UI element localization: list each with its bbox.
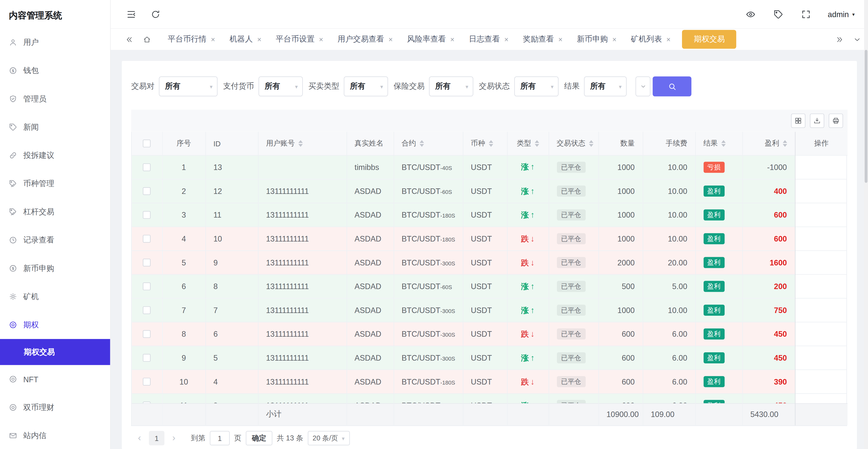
refresh-icon[interactable]	[151, 9, 161, 19]
user-menu[interactable]: admin ▾	[828, 9, 855, 19]
sort-icon[interactable]	[489, 140, 493, 147]
cell-realname: ASDAD	[346, 322, 394, 346]
row-checkbox[interactable]	[143, 235, 151, 243]
cell-action	[795, 179, 847, 203]
sidebar-item-records[interactable]: 记录查看	[0, 226, 110, 254]
fullscreen-icon[interactable]	[801, 9, 811, 19]
sidebar-item-label: 杠杆交易	[23, 207, 54, 217]
tab-item[interactable]: 机器人×	[222, 29, 269, 50]
filter-select-trade-type[interactable]: 所有▾	[344, 77, 388, 96]
close-icon[interactable]: ×	[666, 35, 671, 43]
tab-item[interactable]: 奖励查看×	[516, 29, 570, 50]
confirm-button[interactable]: 确定	[246, 431, 273, 445]
row-checkbox[interactable]	[143, 330, 151, 338]
sidebar-item-wallet[interactable]: $钱包	[0, 56, 110, 85]
tab-item-active[interactable]: 期权交易	[682, 30, 737, 49]
column-header-account[interactable]: 用户账号	[258, 132, 346, 155]
row-checkbox[interactable]	[143, 211, 151, 219]
column-header-label: 手续费	[666, 139, 687, 147]
sidebar-item-coin-manage[interactable]: 币种管理	[0, 170, 110, 198]
cell-realname: timibbs	[346, 155, 394, 179]
prev-page-button[interactable]: ‹	[135, 432, 145, 444]
close-icon[interactable]: ×	[319, 35, 323, 43]
cell-realname: ASDAD	[346, 346, 394, 370]
row-checkbox[interactable]	[143, 306, 151, 314]
cell-profit: 750	[742, 298, 795, 322]
close-icon[interactable]: ×	[504, 35, 508, 43]
eye-icon[interactable]	[746, 9, 756, 19]
close-icon[interactable]: ×	[389, 35, 393, 43]
table-row: 8613111111111ASDADBTC/USDT-300SUSDT跌↓已平仓…	[132, 322, 847, 346]
sidebar-subitem-options-trade[interactable]: 期权交易	[0, 339, 110, 365]
columns-button[interactable]	[791, 114, 805, 128]
column-header-type[interactable]: 类型	[507, 132, 549, 155]
print-button[interactable]	[829, 114, 843, 128]
sidebar-item-leverage-trade[interactable]: 杠杆交易	[0, 198, 110, 226]
next-page-button[interactable]: ›	[169, 432, 179, 444]
cell-index: 2	[162, 179, 205, 203]
profit-value: 1600	[770, 258, 787, 267]
tab-item[interactable]: 新币申购×	[570, 29, 624, 50]
close-icon[interactable]: ×	[257, 35, 261, 43]
column-header-status[interactable]: 交易状态	[549, 132, 598, 155]
column-header-currency[interactable]: 币种	[463, 132, 507, 155]
close-icon[interactable]: ×	[558, 35, 562, 43]
subtotal-type	[507, 403, 549, 425]
row-checkbox[interactable]	[143, 187, 151, 195]
row-checkbox[interactable]	[143, 163, 151, 171]
cell-account: 13111111111	[258, 250, 346, 274]
export-button[interactable]	[810, 114, 824, 128]
select-all-checkbox[interactable]	[143, 140, 151, 147]
sidebar-item-dual-invest[interactable]: 双币理财	[0, 393, 110, 422]
collapse-menu-icon[interactable]	[126, 9, 136, 19]
sidebar-item-site-mail[interactable]: 站内信	[0, 422, 110, 449]
sort-icon[interactable]	[589, 140, 593, 147]
filter-select-result[interactable]: 所有▾	[584, 77, 627, 96]
row-checkbox[interactable]	[143, 378, 151, 386]
filter-select-pair[interactable]: 所有▾	[159, 77, 217, 96]
page-scrollbar[interactable]	[864, 0, 868, 449]
row-checkbox[interactable]	[143, 354, 151, 362]
sidebar-item-new-coin-subscribe[interactable]: $新币申购	[0, 255, 110, 282]
tab-item[interactable]: 矿机列表×	[624, 29, 678, 50]
filter-select-trade-status[interactable]: 所有▾	[514, 77, 558, 96]
column-header-profit[interactable]: 盈利	[742, 132, 795, 155]
page-number-button[interactable]: 1	[149, 431, 164, 445]
tab-item[interactable]: 平台币设置×	[269, 29, 330, 50]
close-icon[interactable]: ×	[450, 35, 455, 43]
tab-item[interactable]: 日志查看×	[462, 29, 516, 50]
sidebar-item-nft[interactable]: NFT	[0, 365, 110, 393]
scroll-tabs-right-button[interactable]	[835, 35, 844, 43]
sidebar-item-admins[interactable]: 管理员	[0, 85, 110, 113]
sort-icon[interactable]	[782, 140, 787, 147]
sort-icon[interactable]	[298, 140, 303, 147]
expand-filters-button[interactable]	[636, 77, 650, 96]
filter-select-pay-currency[interactable]: 所有▾	[258, 77, 303, 96]
sidebar-item-options[interactable]: 期权	[0, 311, 110, 339]
page-size-select[interactable]: 20 条/页 ▾	[308, 431, 349, 445]
column-header-result[interactable]: 结果	[695, 132, 742, 155]
sort-icon[interactable]	[419, 140, 424, 147]
tag-icon[interactable]	[774, 9, 784, 19]
sidebar-item-miner[interactable]: 矿机	[0, 282, 110, 311]
home-tab-button[interactable]	[143, 35, 151, 43]
sort-icon[interactable]	[721, 140, 725, 147]
sidebar-item-news[interactable]: 新闻	[0, 113, 110, 141]
close-icon[interactable]: ×	[211, 35, 215, 43]
column-header-contract[interactable]: 合约	[394, 132, 463, 155]
close-icon[interactable]: ×	[612, 35, 617, 43]
sidebar-item-feedback[interactable]: 投拆建议	[0, 141, 110, 170]
tab-item[interactable]: 平台币行情×	[161, 29, 222, 50]
page-scrollbar-thumb[interactable]	[865, 50, 868, 183]
filter-select-insurance[interactable]: 所有▾	[429, 77, 473, 96]
row-checkbox[interactable]	[143, 282, 151, 290]
row-checkbox[interactable]	[143, 259, 151, 266]
sidebar-item-users[interactable]: 用户	[0, 28, 110, 56]
tabs-menu-button[interactable]	[853, 35, 862, 43]
goto-page-input[interactable]	[210, 431, 230, 445]
search-button[interactable]	[653, 77, 691, 96]
scroll-tabs-left-button[interactable]	[125, 35, 133, 43]
tab-item[interactable]: 用户交易查看×	[331, 29, 400, 50]
tab-item[interactable]: 风险率查看×	[400, 29, 462, 50]
sort-icon[interactable]	[534, 140, 539, 147]
